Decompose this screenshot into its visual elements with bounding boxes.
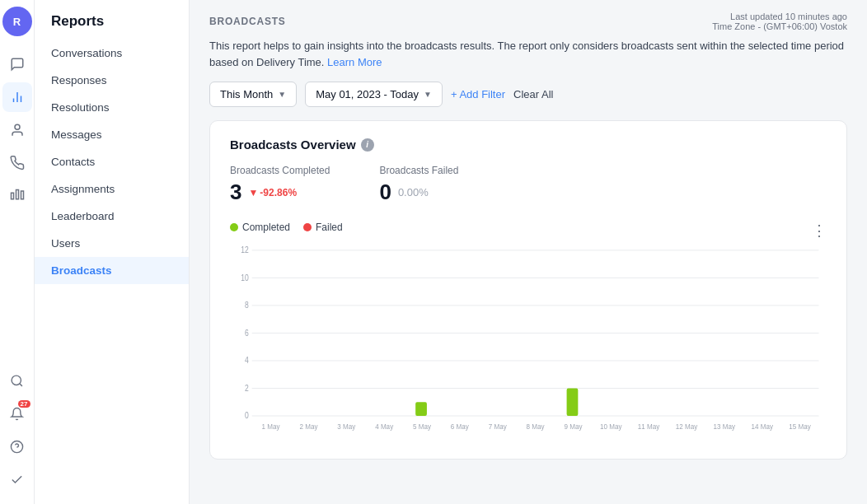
svg-text:5 May: 5 May: [413, 422, 432, 431]
sidebar-item-contacts[interactable]: Contacts: [35, 148, 189, 175]
notifications-icon[interactable]: 27: [2, 399, 32, 428]
svg-rect-29: [415, 402, 427, 416]
svg-text:14 May: 14 May: [751, 422, 773, 431]
svg-text:8: 8: [245, 301, 249, 310]
svg-text:9 May: 9 May: [564, 422, 583, 431]
svg-point-7: [12, 376, 21, 385]
conversations-nav-icon[interactable]: [2, 49, 32, 79]
icon-sidebar: R 27: [0, 0, 35, 504]
page-title: BROADCASTS: [209, 16, 286, 27]
svg-text:12 May: 12 May: [676, 422, 698, 431]
svg-rect-4: [11, 193, 13, 199]
search-bottom-icon[interactable]: [2, 366, 32, 395]
help-icon[interactable]: [2, 432, 32, 461]
chart-wrapper: 0246810121 May2 May3 May4 May5 May6 May7…: [230, 245, 827, 442]
chevron-down-icon: ▼: [248, 187, 258, 198]
failed-stat: Broadcasts Failed 0 0.00%: [379, 165, 458, 205]
chart-area: Completed Failed ⋮ 0246810121 May2 May3 …: [230, 222, 827, 442]
nav-sidebar: Reports Conversations Responses Resoluti…: [35, 0, 190, 504]
sidebar-item-responses[interactable]: Responses: [35, 67, 189, 94]
svg-text:10: 10: [241, 273, 249, 282]
sidebar-item-users[interactable]: Users: [35, 230, 189, 257]
sidebar-item-leaderboard[interactable]: Leaderboard: [35, 203, 189, 230]
chart-options-button[interactable]: ⋮: [812, 222, 827, 240]
failed-label: Broadcasts Failed: [379, 165, 458, 176]
reports-nav-icon[interactable]: [2, 82, 32, 112]
learn-more-link[interactable]: Learn More: [327, 56, 382, 68]
svg-text:6 May: 6 May: [451, 422, 470, 431]
info-icon: i: [361, 138, 374, 152]
avatar[interactable]: R: [2, 7, 32, 36]
notification-badge: 27: [18, 400, 30, 408]
svg-rect-6: [21, 191, 23, 199]
overview-title: Broadcasts Overview: [230, 138, 356, 152]
svg-text:10 May: 10 May: [600, 422, 622, 431]
svg-text:2: 2: [245, 383, 249, 393]
overview-card-header: Broadcasts Overview i: [230, 138, 827, 152]
chevron-down-icon: ▼: [278, 90, 286, 99]
sidebar-item-messages[interactable]: Messages: [35, 121, 189, 148]
failed-pct: 0.00%: [398, 186, 429, 198]
main-content: BROADCASTS Last updated 10 minutes ago T…: [190, 0, 867, 504]
failed-legend-item: Failed: [303, 222, 343, 233]
period-filter[interactable]: This Month ▼: [209, 82, 297, 107]
svg-text:15 May: 15 May: [789, 422, 811, 431]
svg-text:4 May: 4 May: [375, 422, 394, 431]
filters-row: This Month ▼ May 01, 2023 - Today ▼ + Ad…: [209, 82, 847, 107]
completed-legend-dot: [230, 223, 238, 231]
check-icon[interactable]: [2, 464, 32, 494]
last-updated: Last updated 10 minutes ago Time Zone - …: [712, 12, 847, 31]
svg-text:1 May: 1 May: [262, 422, 281, 431]
main-header: BROADCASTS Last updated 10 minutes ago T…: [190, 0, 867, 38]
broadcasts-nav-icon[interactable]: [2, 148, 32, 178]
svg-rect-34: [567, 388, 579, 416]
svg-text:4: 4: [245, 356, 249, 366]
contacts-nav-icon[interactable]: [2, 115, 32, 145]
sidebar-item-resolutions[interactable]: Resolutions: [35, 94, 189, 121]
svg-text:0: 0: [245, 411, 249, 421]
completed-change: ▼ -92.86%: [248, 187, 297, 198]
chevron-down-icon: ▼: [424, 90, 432, 99]
svg-text:11 May: 11 May: [638, 422, 660, 431]
svg-text:3 May: 3 May: [337, 422, 356, 431]
info-banner: This report helps to gain insights into …: [209, 38, 847, 70]
org-nav-icon[interactable]: [2, 181, 32, 211]
completed-legend-item: Completed: [230, 222, 290, 233]
svg-text:8 May: 8 May: [527, 422, 546, 431]
svg-text:6: 6: [245, 328, 249, 338]
chart-svg: 0246810121 May2 May3 May4 May5 May6 May7…: [230, 245, 827, 442]
stats-row: Broadcasts Completed 3 ▼ -92.86% Broadca…: [230, 165, 827, 205]
chart-legend: Completed Failed: [230, 222, 343, 233]
svg-rect-5: [16, 190, 18, 199]
svg-line-8: [20, 383, 22, 385]
svg-text:12: 12: [241, 245, 249, 255]
svg-text:2 May: 2 May: [299, 422, 318, 431]
svg-point-3: [15, 124, 20, 129]
overview-card: Broadcasts Overview i Broadcasts Complet…: [209, 120, 847, 460]
sidebar-title: Reports: [35, 0, 189, 40]
sidebar-item-conversations[interactable]: Conversations: [35, 40, 189, 67]
main-body: This report helps to gain insights into …: [190, 38, 867, 504]
completed-value: 3 ▼ -92.86%: [230, 180, 330, 205]
sidebar-item-assignments[interactable]: Assignments: [35, 175, 189, 203]
svg-text:7 May: 7 May: [489, 422, 508, 431]
clear-all-button[interactable]: Clear All: [513, 88, 553, 100]
svg-text:13 May: 13 May: [714, 422, 736, 431]
sidebar-item-broadcasts[interactable]: Broadcasts: [35, 257, 189, 284]
completed-stat: Broadcasts Completed 3 ▼ -92.86%: [230, 165, 330, 205]
add-filter-button[interactable]: + Add Filter: [451, 88, 505, 100]
failed-legend-dot: [303, 223, 312, 231]
date-range-filter[interactable]: May 01, 2023 - Today ▼: [305, 82, 443, 107]
failed-value: 0 0.00%: [379, 180, 458, 205]
completed-label: Broadcasts Completed: [230, 165, 330, 176]
